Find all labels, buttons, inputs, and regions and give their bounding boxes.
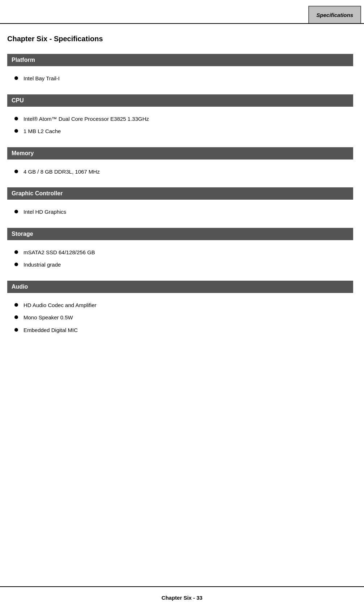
section-header-audio: Audio [7,281,353,293]
section-content-cpu: Intel® Atom™ Dual Core Processor E3825 1… [7,113,353,147]
bullet-text: Mono Speaker 0.5W [23,314,73,322]
bullet-text: Intel HD Graphics [23,208,66,216]
bullet-item: 1 MB L2 Cache [7,127,353,136]
section-memory: Memory4 GB / 8 GB DDR3L, 1067 MHz [7,147,353,188]
bullet-text: Intel® Atom™ Dual Core Processor E3825 1… [23,115,149,123]
bullet-text: 4 GB / 8 GB DDR3L, 1067 MHz [23,168,100,176]
section-content-audio: HD Audio Codec and AmplifierMono Speaker… [7,299,353,346]
bullet-dot [14,129,18,133]
bullet-item: Intel® Atom™ Dual Core Processor E3825 1… [7,115,353,123]
bullet-item: mSATA2 SSD 64/128/256 GB [7,248,353,257]
section-storage: StoragemSATA2 SSD 64/128/256 GBIndustria… [7,228,353,281]
footer: Chapter Six - 33 [0,586,364,608]
section-cpu: CPUIntel® Atom™ Dual Core Processor E382… [7,94,353,147]
bullet-item: Intel Bay Trail-I [7,75,353,83]
bullet-dot [14,117,18,120]
bullet-dot [14,170,18,173]
bullet-text: Embedded Digital MIC [23,326,78,335]
bullet-dot [14,76,18,80]
bullet-dot [14,210,18,213]
bullet-item: Embedded Digital MIC [7,326,353,335]
bullet-dot [14,250,18,254]
page-container: Specifications Chapter Six - Specificati… [0,0,364,608]
bullet-dot [14,303,18,307]
bullet-dot [14,328,18,332]
section-content-graphic-controller: Intel HD Graphics [7,206,353,228]
bullet-item: Intel HD Graphics [7,208,353,216]
bullet-text: mSATA2 SSD 64/128/256 GB [23,248,95,257]
chapter-title: Chapter Six - Specifications [7,35,353,43]
specifications-tab-label: Specifications [316,12,353,18]
bullet-text: HD Audio Codec and Amplifier [23,301,97,310]
bullet-text: 1 MB L2 Cache [23,127,61,136]
bullet-item: 4 GB / 8 GB DDR3L, 1067 MHz [7,168,353,176]
bullet-item: HD Audio Codec and Amplifier [7,301,353,310]
section-content-platform: Intel Bay Trail-I [7,73,353,94]
bullet-text: Industrial grade [23,261,61,269]
main-content: Chapter Six - Specifications PlatformInt… [0,24,364,375]
section-graphic-controller: Graphic ControllerIntel HD Graphics [7,187,353,228]
bullet-item: Mono Speaker 0.5W [7,314,353,322]
sections-container: PlatformIntel Bay Trail-ICPUIntel® Atom™… [7,54,353,346]
section-header-graphic-controller: Graphic Controller [7,187,353,200]
section-header-memory: Memory [7,147,353,160]
section-audio: AudioHD Audio Codec and AmplifierMono Sp… [7,281,353,346]
section-content-storage: mSATA2 SSD 64/128/256 GBIndustrial grade [7,247,353,281]
bullet-item: Industrial grade [7,261,353,269]
specifications-tab: Specifications [308,6,361,23]
section-header-storage: Storage [7,228,353,240]
section-content-memory: 4 GB / 8 GB DDR3L, 1067 MHz [7,166,353,188]
bullet-dot [14,263,18,266]
top-header: Specifications [0,0,364,24]
section-platform: PlatformIntel Bay Trail-I [7,54,353,94]
bullet-text: Intel Bay Trail-I [23,75,60,83]
section-header-cpu: CPU [7,94,353,107]
footer-text: Chapter Six - 33 [162,595,202,601]
section-header-platform: Platform [7,54,353,66]
bullet-dot [14,315,18,319]
